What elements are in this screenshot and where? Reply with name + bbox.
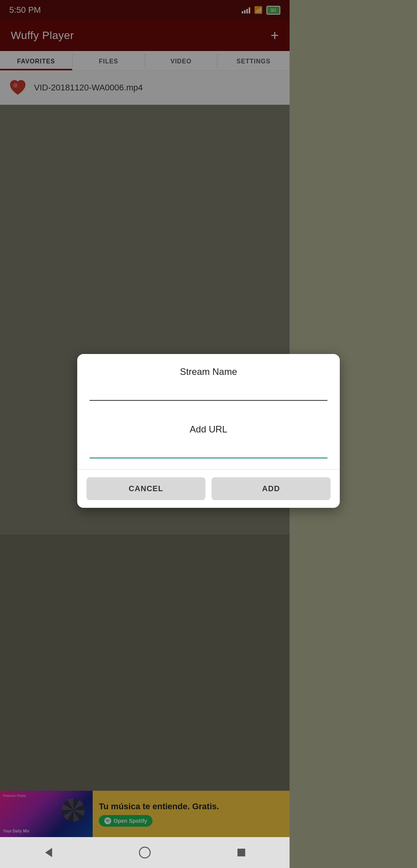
url-input[interactable]	[90, 443, 290, 458]
add-button[interactable]: ADD	[212, 477, 290, 500]
add-url-label: Add URL	[90, 424, 290, 435]
stream-name-section: Stream Name	[77, 354, 290, 412]
stream-name-input[interactable]	[90, 385, 290, 401]
dialog-buttons: CANCEL ADD	[77, 469, 290, 508]
add-stream-dialog: Stream Name Add URL CANCEL ADD	[77, 354, 290, 508]
stream-name-label: Stream Name	[90, 366, 290, 377]
add-url-section: Add URL	[77, 412, 290, 469]
dim-overlay	[0, 0, 290, 603]
cancel-button[interactable]: CANCEL	[86, 477, 205, 500]
